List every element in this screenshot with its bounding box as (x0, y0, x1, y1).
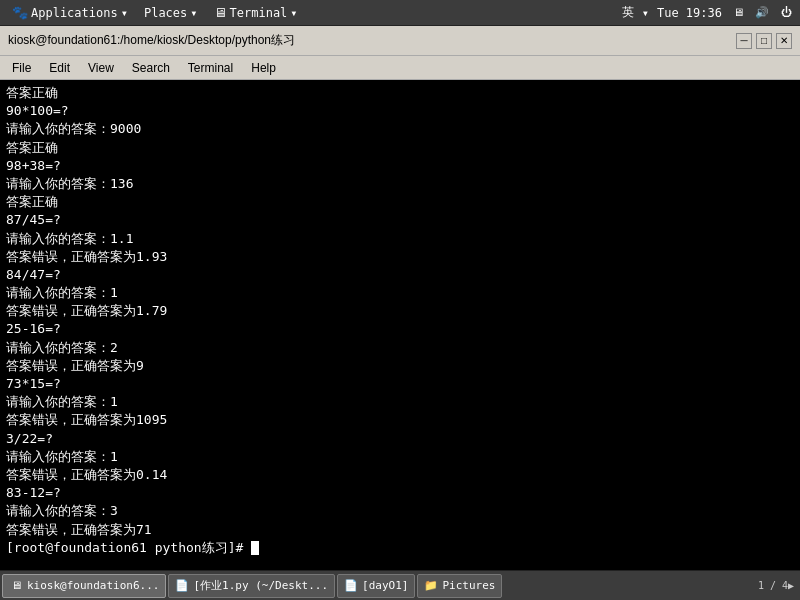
terminal-window: kiosk@foundation61:/home/kiosk/Desktop/p… (0, 26, 800, 600)
terminal-line: 90*100=? (6, 102, 794, 120)
window-title: kiosk@foundation61:/home/kiosk/Desktop/p… (8, 32, 295, 49)
terminal-line: 73*15=? (6, 375, 794, 393)
applications-label: Applications (31, 6, 118, 20)
taskbar-page-info: 1 / 4▶ (758, 580, 798, 591)
terminal-icon: 🖥 (214, 5, 227, 20)
terminal-body[interactable]: 答案正确90*100=?请输入你的答案：9000答案正确98+38=?请输入你的… (0, 80, 800, 600)
terminal-label: Terminal (230, 6, 288, 20)
close-button[interactable]: ✕ (776, 33, 792, 49)
terminal-line: 答案错误，正确答案为0.14 (6, 466, 794, 484)
taskbar-pictures-icon: 📁 (424, 579, 438, 593)
window-controls: ─ □ ✕ (736, 33, 792, 49)
menu-help[interactable]: Help (243, 59, 284, 77)
taskbar-homework-icon: 📄 (175, 579, 189, 593)
menu-terminal[interactable]: Terminal (180, 59, 241, 77)
maximize-button[interactable]: □ (756, 33, 772, 49)
menu-edit[interactable]: Edit (41, 59, 78, 77)
title-bar: kiosk@foundation61:/home/kiosk/Desktop/p… (0, 26, 800, 56)
places-menu[interactable]: Places ▾ (138, 4, 204, 22)
terminal-line: 请输入你的答案：136 (6, 175, 794, 193)
language-indicator[interactable]: 英 (622, 4, 634, 21)
taskbar-homework-label: [作业1.py (~/Deskt... (193, 578, 328, 593)
menu-bar: File Edit View Search Terminal Help (0, 56, 800, 80)
taskbar-item-homework[interactable]: 📄 [作业1.py (~/Deskt... (168, 574, 335, 598)
terminal-line: 答案错误，正确答案为1095 (6, 411, 794, 429)
applications-arrow: ▾ (121, 6, 128, 20)
menu-file[interactable]: File (4, 59, 39, 77)
applications-icon: 🐾 (12, 5, 28, 20)
taskbar-pictures-label: Pictures (442, 579, 495, 592)
terminal-line: 请输入你的答案：3 (6, 502, 794, 520)
terminal-line: 84/47=? (6, 266, 794, 284)
terminal-line: 答案错误，正确答案为1.79 (6, 302, 794, 320)
menu-view[interactable]: View (80, 59, 122, 77)
power-icon: ⏻ (778, 5, 794, 21)
taskbar-item-terminal[interactable]: 🖥 kiosk@foundation6... (2, 574, 166, 598)
minimize-button[interactable]: ─ (736, 33, 752, 49)
terminal-line: 答案错误，正确答案为9 (6, 357, 794, 375)
terminal-line: 3/22=? (6, 430, 794, 448)
terminal-line: 请输入你的答案：1 (6, 284, 794, 302)
system-top-bar: 🐾 Applications ▾ Places ▾ 🖥 Terminal ▾ 英… (0, 0, 800, 26)
terminal-prompt-line: [root@foundation61 python练习]# (6, 539, 794, 557)
terminal-line: 25-16=? (6, 320, 794, 338)
terminal-line: 请输入你的答案：2 (6, 339, 794, 357)
taskbar-item-pictures[interactable]: 📁 Pictures (417, 574, 502, 598)
places-label: Places (144, 6, 187, 20)
display-icon: 🖥 (730, 5, 746, 21)
terminal-line: 请输入你的答案：1 (6, 448, 794, 466)
places-arrow: ▾ (190, 6, 197, 20)
terminal-line: 答案错误，正确答案为71 (6, 521, 794, 539)
terminal-arrow: ▾ (290, 6, 297, 20)
terminal-line: 答案正确 (6, 139, 794, 157)
taskbar-item-day01[interactable]: 📄 [dayO1] (337, 574, 415, 598)
menu-search[interactable]: Search (124, 59, 178, 77)
taskbar-terminal-label: kiosk@foundation6... (27, 579, 159, 592)
volume-icon: 🔊 (754, 5, 770, 21)
clock: Tue 19:36 (657, 6, 722, 20)
taskbar-day01-label: [dayO1] (362, 579, 408, 592)
terminal-line: 98+38=? (6, 157, 794, 175)
top-bar-arrow: ▾ (642, 6, 649, 20)
terminal-line: 87/45=? (6, 211, 794, 229)
terminal-cursor (251, 541, 259, 555)
taskbar-terminal-icon: 🖥 (9, 579, 23, 593)
applications-menu[interactable]: 🐾 Applications ▾ (6, 3, 134, 22)
terminal-line: 83-12=? (6, 484, 794, 502)
terminal-line: 请输入你的答案：1 (6, 393, 794, 411)
terminal-line: 请输入你的答案：1.1 (6, 230, 794, 248)
taskbar: 🖥 kiosk@foundation6... 📄 [作业1.py (~/Desk… (0, 570, 800, 600)
taskbar-day01-icon: 📄 (344, 579, 358, 593)
terminal-line: 答案错误，正确答案为1.93 (6, 248, 794, 266)
terminal-menu[interactable]: 🖥 Terminal ▾ (208, 3, 304, 22)
terminal-line: 请输入你的答案：9000 (6, 120, 794, 138)
terminal-line: 答案正确 (6, 193, 794, 211)
terminal-line: 答案正确 (6, 84, 794, 102)
